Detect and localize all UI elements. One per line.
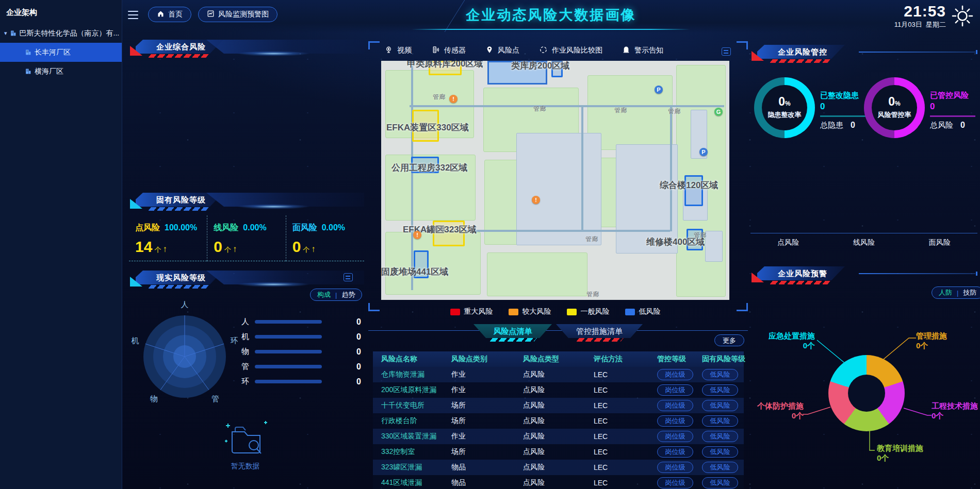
- risk-point-name-link[interactable]: 332控制室: [381, 447, 451, 457]
- risk-legend: 重大风险较大风险一般风险低风险: [381, 307, 729, 316]
- table-row[interactable]: 行政楼台阶场所点风险LEC岗位级低风险: [373, 413, 744, 429]
- org-tree: ▾巴斯夫特性化学品（南京）有...长丰河厂区横海厂区: [0, 24, 122, 81]
- sidebar-item-0[interactable]: ▾巴斯夫特性化学品（南京）有...: [0, 24, 122, 43]
- up-arrow-icon: ↑: [162, 244, 167, 254]
- warning-marker-icon[interactable]: !: [449, 95, 458, 103]
- inherent-risk-stats: 点风险100.00%14个↑线风险0.00%0个↑面风险0.00%0个↑: [129, 215, 364, 261]
- control-level-badge: 岗位级: [657, 400, 693, 411]
- factor-label: 管: [241, 362, 255, 372]
- map-tool-circle[interactable]: 作业风险比较图: [539, 45, 602, 56]
- map-area-label: 固废堆场441区域: [381, 266, 448, 278]
- sidebar-item-2[interactable]: 横海厂区: [0, 62, 122, 81]
- empty-state: 暂无数据: [205, 418, 285, 471]
- toggle-divider: |: [957, 289, 958, 297]
- header-line-deco: [859, 52, 975, 53]
- defense-toggle[interactable]: 人防 | 技防: [932, 286, 980, 299]
- hazard-dash-deco: [148, 207, 208, 211]
- gauge-label: 隐患整改率: [768, 110, 802, 120]
- inherent-level-badge: 低风险: [702, 415, 738, 427]
- table-row[interactable]: 330区域装置泄漏作业点风险LEC岗位级低风险: [373, 429, 744, 444]
- sidebar-item-label: 长丰河厂区: [35, 48, 71, 57]
- stat-count: 0: [214, 238, 222, 255]
- risk-point-name-link[interactable]: 200区域原料泄漏: [381, 385, 451, 395]
- map-tool-bell[interactable]: 警示告知: [622, 45, 663, 56]
- map-expand-icon[interactable]: [722, 47, 731, 56]
- inherent-level-badge: 低风险: [702, 431, 738, 442]
- toggle-human-defense[interactable]: 人防: [939, 288, 952, 297]
- risk-point-name-link[interactable]: 441区域泄漏: [381, 478, 451, 487]
- risk-factor-bars: 人0机0物0管0环0: [241, 314, 361, 389]
- time-text: 21:53: [894, 3, 946, 20]
- toggle-trend[interactable]: 趋势: [341, 290, 355, 299]
- caret-down-icon[interactable]: ▾: [4, 30, 7, 37]
- measure-name: 管理措施: [916, 331, 973, 341]
- svg-text:环: 环: [231, 336, 238, 345]
- tab-risk-point-list[interactable]: 风险点清单: [473, 324, 552, 338]
- risk-point-name-link[interactable]: 十千伏变电所: [381, 401, 451, 410]
- factor-bar-row: 环0: [241, 374, 361, 389]
- table-row[interactable]: 200区域原料泄漏作业点风险LEC岗位级低风险: [373, 382, 744, 398]
- warning-marker-icon[interactable]: !: [532, 196, 540, 204]
- map-tool-label: 作业风险比较图: [552, 46, 602, 55]
- measures-donut-chart: [828, 355, 905, 431]
- map-pipe-corridor: [411, 61, 413, 290]
- tab-control-measure-list[interactable]: 管控措施清单: [556, 324, 643, 338]
- home-button[interactable]: 首页: [148, 7, 191, 22]
- table-row[interactable]: 仓库物资泄漏作业点风险LEC岗位级低风险: [373, 367, 744, 382]
- circle-icon: [539, 45, 548, 56]
- section-risk-control: 企业风险管控: [750, 44, 977, 62]
- risk-point-name-link[interactable]: 仓库物资泄漏: [381, 370, 451, 379]
- map-tool-camera[interactable]: 视频: [384, 45, 412, 56]
- stat-unit: 个: [224, 246, 231, 254]
- measure-value: 0个: [932, 411, 980, 420]
- legend-swatch: [567, 309, 577, 315]
- risk-point-name-link[interactable]: 323罐区泄漏: [381, 463, 451, 472]
- sidebar-item-1[interactable]: 长丰河厂区: [0, 43, 122, 62]
- map-corridor-label: 管廊: [433, 225, 445, 233]
- table-row[interactable]: 332控制室场所点风险LEC岗位级低风险: [373, 444, 744, 460]
- stat-percent: 0.00%: [322, 223, 345, 232]
- measure-name: 教育培训措施: [877, 443, 934, 453]
- building-icon: [25, 49, 31, 56]
- warning-marker-icon[interactable]: !: [413, 231, 421, 239]
- table-cell: 点风险: [523, 478, 594, 487]
- menu-icon[interactable]: [128, 11, 138, 19]
- factor-label: 人: [241, 317, 255, 327]
- toggle-compose[interactable]: 构成: [317, 290, 331, 299]
- tab-baseline-deco: [368, 330, 748, 331]
- table-cell: 场所: [451, 447, 523, 457]
- factor-label: 环: [241, 377, 255, 386]
- panel-options-icon[interactable]: [344, 273, 353, 281]
- risk-type-tab-1[interactable]: 线风险: [853, 238, 875, 247]
- sidebar-item-label: 巴斯夫特性化学品（南京）有...: [20, 29, 120, 38]
- risk-type-tab-2[interactable]: 面风险: [929, 238, 951, 247]
- stat-percent: 0.00%: [243, 223, 266, 232]
- compose-trend-toggle[interactable]: 构成 | 趋势: [310, 289, 362, 301]
- table-cell: LEC: [594, 401, 657, 410]
- divider-line: [930, 115, 975, 117]
- legend-item: 较大风险: [509, 307, 551, 316]
- table-row[interactable]: 441区域泄漏物品点风险LEC岗位级低风险: [373, 475, 744, 489]
- inherent-level-badge: 低风险: [702, 446, 738, 458]
- risk-point-name-link[interactable]: 330区域装置泄漏: [381, 432, 451, 441]
- risk-point-name-link[interactable]: 行政楼台阶: [381, 416, 451, 426]
- table-row[interactable]: 323罐区泄漏物品点风险LEC岗位级低风险: [373, 460, 744, 475]
- table-row[interactable]: 十千伏变电所场所点风险LEC岗位级低风险: [373, 398, 744, 413]
- hazard-dash-deco: [770, 59, 830, 63]
- map-tool-pin[interactable]: 风险点: [485, 45, 519, 56]
- toggle-tech-defense[interactable]: 技防: [963, 288, 976, 297]
- map-tool-sensor[interactable]: 传感器: [431, 45, 466, 56]
- plant-map[interactable]: 申类原料库200区域类库房200区域EFKA装置区330区域公用工程房332区域…: [381, 61, 729, 300]
- org-sidebar: 企业架构 ▾巴斯夫特性化学品（南京）有...长丰河厂区横海厂区: [0, 0, 122, 489]
- bell-icon: [622, 45, 630, 56]
- control-level-badge: 岗位级: [657, 415, 693, 427]
- measure-label: 管理措施0个: [916, 331, 973, 350]
- map-corridor-label: 管廊: [586, 290, 599, 299]
- table-cell: LEC: [594, 479, 657, 487]
- map-pipe-corridor: [670, 105, 672, 231]
- inherent-level-badge: 低风险: [702, 477, 738, 488]
- svg-text:管: 管: [211, 394, 219, 403]
- more-button[interactable]: 更多: [714, 334, 744, 346]
- risk-monitor-button[interactable]: 风险监测预警图: [198, 7, 277, 22]
- risk-type-tab-0[interactable]: 点风险: [777, 238, 799, 247]
